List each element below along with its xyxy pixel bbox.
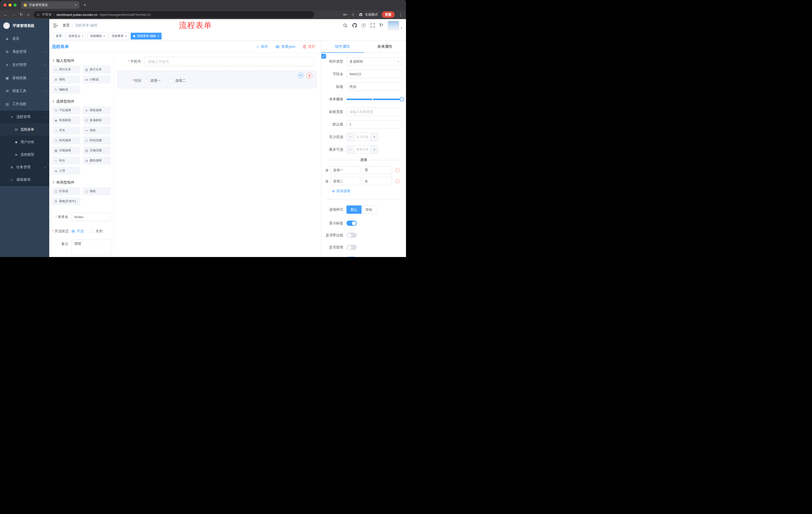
- new-tab-button[interactable]: +: [83, 2, 86, 8]
- component-item-cascader[interactable]: ⋔级联选择: [83, 106, 111, 114]
- form-canvas[interactable]: 手机号: [114, 53, 321, 257]
- field-name-input[interactable]: [346, 70, 402, 78]
- component-item-color-picker[interactable]: ◍颜色选择: [83, 157, 111, 164]
- min-select-value[interactable]: 至少应选: [354, 133, 371, 141]
- close-icon[interactable]: ×: [103, 34, 105, 38]
- copy-field-button[interactable]: [298, 73, 304, 78]
- browser-tab[interactable]: 芋道管理系统 ×: [21, 1, 79, 9]
- breadcrumb-home[interactable]: 首页: [63, 23, 69, 28]
- component-type-select[interactable]: 多选框组 ▾: [346, 57, 402, 65]
- default-value-input[interactable]: [346, 120, 402, 129]
- increase-button[interactable]: +: [371, 145, 378, 154]
- search-icon[interactable]: [343, 23, 347, 28]
- component-item-time-picker[interactable]: ◷时间选择: [52, 137, 80, 144]
- selected-gender-field[interactable]: 性别 选项一 选项二: [118, 71, 317, 88]
- avatar-caret-icon[interactable]: ▾: [401, 27, 402, 29]
- component-item-upload[interactable]: ☁上传: [52, 167, 80, 174]
- tab-component-props[interactable]: 组件属性: [321, 41, 364, 53]
- component-item-time-range[interactable]: ◴时间范围: [83, 137, 111, 144]
- required-toggle[interactable]: [346, 257, 357, 257]
- url-bar[interactable]: ⚠ 不安全 dashboard.yudao.iocoder.cn/bpm/man…: [33, 11, 314, 18]
- gender-option-2-checkbox[interactable]: 选项二: [169, 78, 186, 83]
- style-button-button[interactable]: 按钮: [361, 206, 376, 214]
- font-size-icon[interactable]: TT: [379, 23, 383, 27]
- view-json-button[interactable]: 查看json: [276, 44, 295, 49]
- reload-icon[interactable]: ↻: [20, 12, 23, 17]
- component-item-switch[interactable]: ◑开关: [52, 127, 80, 134]
- tag-process-model[interactable]: 流程模型 ×: [87, 33, 108, 39]
- home-icon[interactable]: ⌂: [27, 12, 29, 17]
- option-label-input[interactable]: [330, 166, 360, 174]
- max-select-value[interactable]: 最多可选: [354, 145, 371, 154]
- component-item-date-picker[interactable]: ▦日期选择: [52, 146, 80, 154]
- sidebar-item-infrastructure[interactable]: ▣ 基础设施 ›: [0, 72, 49, 84]
- hamburger-icon[interactable]: [53, 24, 58, 27]
- phone-field-input[interactable]: [144, 57, 314, 66]
- forward-icon[interactable]: →: [11, 12, 16, 17]
- link-icon[interactable]: [321, 54, 326, 59]
- save-button[interactable]: ✓ 保存: [256, 44, 268, 49]
- slider-handle[interactable]: [400, 97, 404, 101]
- back-icon[interactable]: ←: [3, 12, 7, 17]
- sidebar-item-process-form[interactable]: ⊟ 流程表单: [0, 123, 49, 136]
- option-value-input[interactable]: [362, 166, 392, 174]
- sidebar-item-process-model[interactable]: ➤ 流程模型: [0, 148, 49, 161]
- clear-button[interactable]: 清空: [303, 44, 315, 49]
- form-name-input[interactable]: [71, 213, 111, 221]
- label-width-input[interactable]: [346, 108, 402, 116]
- remove-option-button[interactable]: −: [396, 168, 400, 172]
- user-avatar[interactable]: [388, 21, 399, 30]
- component-item-counter[interactable]: 123计数器: [83, 76, 111, 83]
- sidebar-item-leave-query[interactable]: ☺ 请假查询: [0, 173, 49, 186]
- close-icon[interactable]: ×: [82, 34, 83, 38]
- add-option-button[interactable]: ⊕ 添加选项: [332, 189, 402, 193]
- component-item-rate[interactable]: ☆评分: [52, 157, 80, 164]
- phone-field-row[interactable]: 手机号: [118, 57, 317, 66]
- sidebar-item-user-group[interactable]: ☻ 用户分组: [0, 136, 49, 148]
- disabled-toggle[interactable]: [346, 245, 357, 250]
- tag-home[interactable]: 首页: [53, 33, 64, 39]
- component-item-radio-group[interactable]: ◉单选框组: [52, 116, 80, 124]
- browser-menu-icon[interactable]: ⋮: [399, 12, 403, 17]
- gender-option-1-checkbox[interactable]: 选项一: [144, 78, 161, 83]
- component-item-slider[interactable]: ⊶滑块: [83, 127, 111, 134]
- decrease-button[interactable]: −: [347, 145, 354, 154]
- sidebar-item-payment[interactable]: ¥ 支付管理 ›: [0, 58, 49, 72]
- tag-process-definition[interactable]: 流程定义 ×: [66, 33, 86, 39]
- close-icon[interactable]: ×: [157, 34, 159, 38]
- component-item-date-range[interactable]: ▥日期范围: [83, 146, 111, 154]
- status-on-radio[interactable]: 开启: [71, 229, 84, 234]
- tag-process-form-edit[interactable]: 流程表单-编辑 ×: [130, 33, 162, 39]
- style-default-button[interactable]: 默认: [346, 206, 361, 214]
- zoom-window-button[interactable]: [13, 3, 17, 6]
- minimize-window-button[interactable]: [8, 3, 11, 6]
- remove-option-button[interactable]: −: [396, 179, 400, 183]
- option-label-input[interactable]: [330, 177, 360, 185]
- sidebar-item-devtools[interactable]: ⚒ 研发工具 ›: [0, 84, 49, 98]
- delete-field-button[interactable]: [307, 73, 312, 78]
- title-input[interactable]: [346, 82, 402, 91]
- help-icon[interactable]: ?: [361, 23, 366, 28]
- sidebar-item-home[interactable]: ◈ 首页: [0, 32, 49, 45]
- browser-update-button[interactable]: 更新: [382, 11, 395, 18]
- show-label-toggle[interactable]: [346, 220, 357, 226]
- component-item-multi-line-text[interactable]: ▤多行文本: [83, 65, 111, 74]
- component-item-editor[interactable]: ✎编辑器: [52, 86, 80, 93]
- tag-process-form[interactable]: 流程表单 ×: [109, 33, 129, 39]
- sidebar-item-system[interactable]: ⚙ 系统管理 ›: [0, 45, 49, 58]
- status-off-radio[interactable]: 关闭: [90, 229, 103, 234]
- form-remark-textarea[interactable]: 嘿嘿: [71, 240, 111, 255]
- sidebar-item-process-management[interactable]: ≡ 流程管理 ›: [0, 111, 49, 123]
- tab-form-props[interactable]: 表单属性: [364, 41, 406, 53]
- component-item-select[interactable]: ⊙下拉选择: [52, 106, 80, 114]
- drag-handle-icon[interactable]: ≣: [325, 168, 329, 172]
- component-item-password[interactable]: ⊗密码: [52, 76, 80, 83]
- github-icon[interactable]: [352, 23, 357, 28]
- drag-handle-icon[interactable]: ≣: [325, 179, 329, 184]
- component-item-table[interactable]: ⊞表格[开发中]: [52, 197, 80, 205]
- close-window-button[interactable]: [3, 3, 6, 6]
- component-item-button[interactable]: ◻按钮: [83, 187, 111, 195]
- tab-close-icon[interactable]: ×: [75, 3, 77, 7]
- border-toggle[interactable]: [346, 233, 357, 238]
- fullscreen-icon[interactable]: [371, 23, 375, 27]
